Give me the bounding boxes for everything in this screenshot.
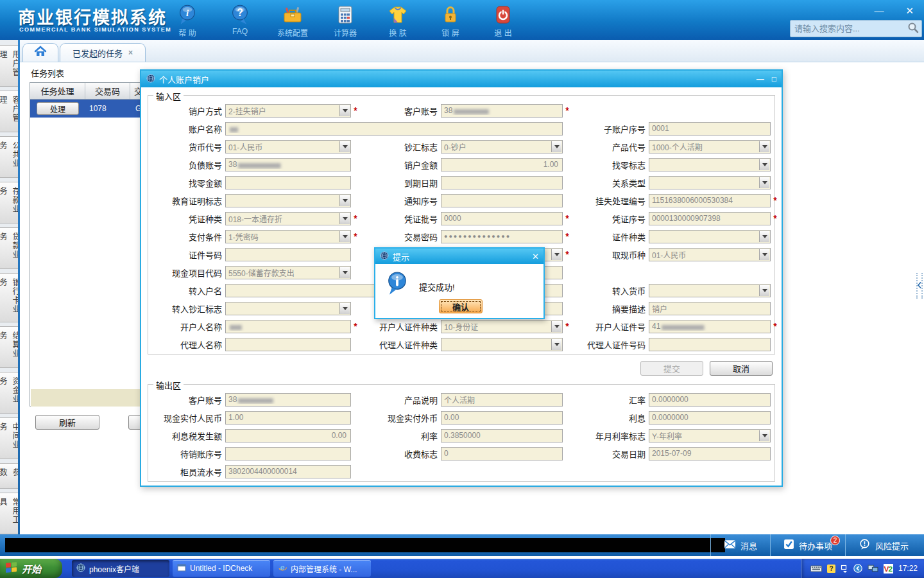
modal-close-icon[interactable]: ✕: [532, 252, 539, 261]
input-field[interactable]: 0: [441, 447, 563, 460]
input-field[interactable]: [225, 176, 351, 189]
modal-titlebar[interactable]: 提示 ✕: [375, 249, 543, 264]
form-cell: 产品代号1000-个人活期: [572, 137, 780, 155]
input-field[interactable]: [441, 194, 563, 207]
input-field[interactable]: 1.00: [225, 411, 351, 425]
input-field[interactable]: 38▆▆▆▆▆▆▆▆▆: [441, 104, 563, 118]
select-field[interactable]: [649, 158, 771, 171]
tool-system-config[interactable]: 系统配置: [273, 3, 312, 38]
input-field[interactable]: 3802004400000014: [225, 465, 351, 478]
tool-exit[interactable]: 退 出: [484, 3, 522, 38]
dialog-titlebar[interactable]: 个人账户销户 — □: [141, 71, 782, 87]
select-field[interactable]: 5550-储蓄存款支出: [225, 266, 351, 279]
panel-collapse-handle[interactable]: [916, 273, 923, 299]
input-field[interactable]: 2015-07-09: [649, 447, 771, 460]
window-close-icon[interactable]: ✕: [905, 5, 914, 17]
input-field[interactable]: [225, 248, 351, 261]
keyboard-icon[interactable]: [810, 565, 822, 572]
tool-faq[interactable]: ?FAQ: [221, 3, 259, 38]
select-field[interactable]: 2-挂失销户: [225, 104, 351, 118]
taskbar-task[interactable]: e内部管理系统 - W...: [273, 560, 371, 577]
task-label: phoenix客户端: [89, 563, 139, 574]
input-field[interactable]: 0.0000000: [649, 411, 771, 425]
search-input[interactable]: [791, 24, 907, 33]
input-field[interactable]: 0.3850000: [441, 429, 563, 442]
helptray-icon[interactable]: ?: [827, 565, 835, 573]
field-value: 0000130000907398: [652, 214, 767, 223]
status-item-messages[interactable]: 消息: [710, 534, 770, 556]
select-field[interactable]: [441, 338, 563, 351]
select-field[interactable]: [649, 284, 771, 297]
input-field[interactable]: 个人活期: [441, 393, 563, 407]
form-row: 找零金额到期日期关系类型: [150, 173, 773, 191]
input-field[interactable]: [649, 338, 771, 351]
risk-icon: [859, 539, 871, 552]
confirm-button[interactable]: 确认: [439, 299, 483, 313]
dialog-minimize-icon[interactable]: —: [757, 74, 764, 83]
input-field[interactable]: 0000: [441, 212, 563, 225]
input-field[interactable]: 0.0000000: [649, 393, 771, 407]
password-field[interactable]: ●●●●●●●●●●●●●●: [441, 230, 563, 243]
input-field[interactable]: [225, 447, 351, 460]
form-cell: 凭证种类018-一本通存折*: [150, 209, 360, 227]
network-icon[interactable]: [868, 565, 878, 573]
status-item-risk[interactable]: 风险提示: [845, 534, 921, 556]
select-field[interactable]: 1000-个人活期: [649, 140, 771, 153]
tab-initiated-tasks[interactable]: 已发起的任务 ×: [60, 43, 146, 62]
select-field[interactable]: 01-人民币: [225, 140, 351, 153]
select-field[interactable]: [649, 230, 771, 243]
status-item-todo[interactable]: 待办事项2: [770, 534, 845, 556]
modal-message: 提交成功!: [419, 281, 455, 293]
select-field[interactable]: 10-身份证: [441, 320, 563, 333]
select-field[interactable]: [225, 194, 351, 207]
input-field[interactable]: 销户: [649, 302, 771, 315]
submit-button[interactable]: 提交: [640, 361, 703, 376]
cancel-button[interactable]: 取消: [710, 361, 773, 376]
input-field[interactable]: 0.00: [441, 411, 563, 425]
input-field[interactable]: 41▆▆▆▆▆▆▆▆▆▆▆: [649, 320, 771, 333]
input-field[interactable]: 0001: [649, 122, 771, 136]
select-field[interactable]: 1-凭密码: [225, 230, 351, 243]
taskbar-task[interactable]: phoenix客户端: [72, 560, 169, 577]
task-label: Untitled - IDCheck: [190, 564, 252, 573]
tool-lock-screen[interactable]: 锁 屏: [431, 3, 470, 38]
collapse-icon[interactable]: [853, 564, 862, 573]
refresh-button[interactable]: 刷新: [35, 415, 99, 430]
select-field[interactable]: [649, 176, 771, 189]
input-field[interactable]: [441, 176, 563, 189]
input-field[interactable]: 1.00: [441, 158, 563, 171]
tool-help[interactable]: i帮 助: [168, 3, 207, 38]
field-value: 1000-个人活期: [652, 141, 757, 152]
v2-icon[interactable]: V2: [884, 564, 893, 574]
field-label: 支付条件: [150, 231, 225, 243]
ie-icon: e: [278, 563, 287, 574]
input-field[interactable]: ▆▆: [225, 122, 563, 136]
tool-change-skin[interactable]: 换 肤: [379, 3, 417, 38]
input-field[interactable]: 0.00: [225, 429, 351, 442]
field-value: 销户: [652, 303, 767, 314]
select-field[interactable]: [225, 302, 351, 315]
input-field[interactable]: ▆▆▆: [225, 320, 351, 333]
start-button[interactable]: 开始: [0, 559, 62, 578]
tab-close-icon[interactable]: ×: [128, 48, 133, 57]
tab-home[interactable]: [22, 43, 58, 62]
input-field[interactable]: 1151638006000530384: [649, 194, 771, 207]
tool-calculator[interactable]: 计算器: [326, 3, 364, 38]
form-cell: 钞汇标志0-钞户: [360, 137, 572, 155]
select-field[interactable]: Y-年利率: [649, 429, 771, 442]
input-field[interactable]: 0000130000907398: [649, 212, 771, 225]
dialog-maximize-icon[interactable]: □: [772, 74, 776, 83]
search-icon[interactable]: [907, 22, 919, 36]
taskbar-task[interactable]: Untitled - IDCheck: [173, 560, 270, 577]
select-field[interactable]: 0-钞户: [441, 140, 563, 153]
input-field[interactable]: [225, 338, 351, 351]
input-field[interactable]: 38▆▆▆▆▆▆▆▆▆▆▆: [225, 158, 351, 171]
process-button[interactable]: 处理: [37, 102, 79, 115]
select-field[interactable]: 01-人民币: [649, 248, 771, 261]
field-value: 个人活期: [444, 394, 560, 405]
select-field[interactable]: 018-一本通存折: [225, 212, 351, 225]
dropdown-arrow-icon: [339, 105, 350, 116]
restore-icon[interactable]: [841, 565, 848, 573]
input-field[interactable]: 38▆▆▆▆▆▆▆▆▆: [225, 393, 351, 407]
window-minimize-icon[interactable]: —: [874, 5, 884, 17]
